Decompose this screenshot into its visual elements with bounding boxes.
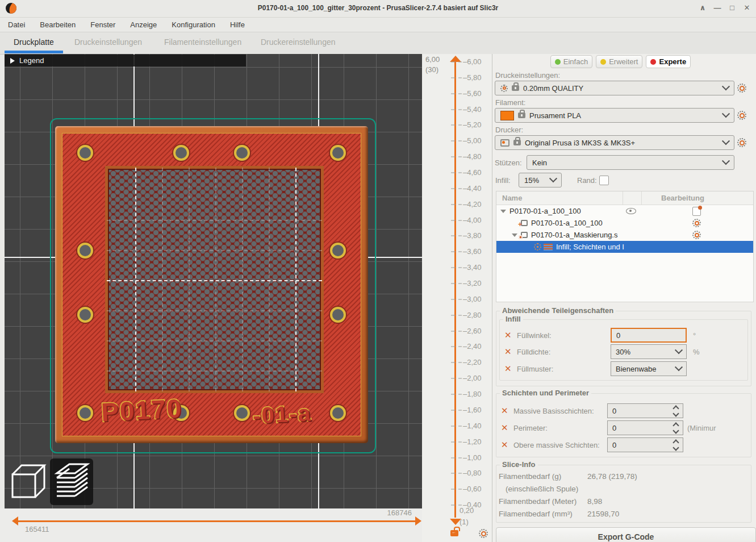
expander-icon[interactable] xyxy=(512,234,517,237)
menu-item-datei[interactable]: Datei xyxy=(8,20,25,29)
layer-tick-label: –3,80 xyxy=(463,231,482,240)
perimeters-label: Perimeter: xyxy=(513,424,548,432)
supports-combo[interactable]: Kein xyxy=(527,155,734,170)
object-emboss-text-left: P0170 xyxy=(101,393,183,427)
object-honeycomb-infill xyxy=(105,166,324,393)
preview-sliced-view-button[interactable] xyxy=(50,458,93,505)
menu-item-fenster[interactable]: Fenster xyxy=(90,20,115,29)
tab-druckeinstellungen[interactable]: Druckeinstellungen xyxy=(65,33,151,51)
fill-density-value: 30% xyxy=(616,348,676,356)
legend-collapser[interactable]: Legend xyxy=(5,55,246,66)
expander-icon[interactable] xyxy=(500,210,506,213)
menu-bar: DateiBearbeitenFensterAnzeigeKonfigurati… xyxy=(0,18,756,32)
fill-angle-input[interactable]: 0 xyxy=(611,328,687,343)
mode-button-experte[interactable]: Experte xyxy=(646,55,691,68)
infill-combo[interactable]: 15% xyxy=(519,173,562,187)
grid-through-infill-line xyxy=(269,168,270,391)
slider-settings-gear-icon[interactable] xyxy=(479,529,488,538)
menu-item-konfiguration[interactable]: Konfiguration xyxy=(172,20,215,29)
spin-down-icon[interactable] xyxy=(673,444,679,451)
layer-tick-label: –2,80 xyxy=(463,310,482,319)
screw-hole xyxy=(77,243,93,259)
layer-slider-track[interactable] xyxy=(454,61,456,518)
filament-mm3-value: 21598,70 xyxy=(587,510,619,518)
chevron-down-icon xyxy=(675,346,683,354)
part-settings-gear-icon[interactable] xyxy=(692,231,701,239)
fill-angle-label: Füllwinkel: xyxy=(517,331,552,340)
tree-row-part[interactable]: P0170-01-a_100_100 xyxy=(496,217,753,229)
screw-hole xyxy=(234,405,250,421)
range-slider-track[interactable] xyxy=(17,520,417,522)
edit-printer-gear-icon[interactable] xyxy=(737,138,746,147)
edit-print-settings-gear-icon[interactable] xyxy=(737,84,746,93)
remove-override-icon[interactable]: ✕ xyxy=(501,423,511,433)
layer-slider-upper-handle[interactable] xyxy=(450,56,461,62)
tree-row-label: P0170-01-a_100_100 xyxy=(509,207,581,215)
tree-col-name: Name xyxy=(502,194,522,202)
brim-checkbox[interactable] xyxy=(599,176,609,185)
shade-button[interactable]: ∧ xyxy=(698,3,707,12)
filament-color-swatch xyxy=(500,111,514,120)
remove-override-icon[interactable]: ✕ xyxy=(501,406,511,416)
object-tree-header: Name Bearbeitung xyxy=(496,191,753,205)
filament-combo[interactable]: Prusament PLA xyxy=(495,108,734,123)
mode-button-einfach[interactable]: Einfach xyxy=(550,55,592,68)
3d-editor-view-button[interactable] xyxy=(9,461,48,504)
fill-pattern-select[interactable]: Bienenwabe xyxy=(611,361,687,376)
tree-row-settings-selected[interactable]: Infill; Schichten und I xyxy=(496,241,753,253)
tab-druckereinstellungen[interactable]: Druckereinstellungen xyxy=(252,33,345,51)
menu-item-hilfe[interactable]: Hilfe xyxy=(230,20,245,29)
tab-filamenteinstellungen[interactable]: Filamenteinstellungen xyxy=(155,33,250,51)
top-solid-layers-label: Obere massive Schichten: xyxy=(513,441,600,449)
export-gcode-button[interactable]: Export G-Code xyxy=(496,527,756,542)
close-button[interactable]: ✕ xyxy=(742,3,751,12)
filament-label: Filament: xyxy=(495,98,746,107)
part-settings-gear-icon[interactable] xyxy=(692,219,701,227)
tab-bar: DruckplatteDruckeinstellungenFilamentein… xyxy=(0,33,756,55)
screw-hole xyxy=(234,145,250,161)
bottom-solid-layers-spinner[interactable]: 0 xyxy=(607,403,683,418)
range-slider-right-handle[interactable] xyxy=(415,516,421,526)
tree-row-object[interactable]: P0170-01-a_100_100 xyxy=(496,205,753,217)
print-settings-combo[interactable]: 0.20mm QUALITY xyxy=(495,81,734,95)
screw-hole xyxy=(330,405,346,421)
chevron-down-icon xyxy=(722,110,730,118)
eye-visibility-icon[interactable] xyxy=(626,208,636,214)
layer-slider-bottom-layer: (1) xyxy=(460,518,469,526)
layer-tick-label: –4,00 xyxy=(463,215,482,224)
title-bar: P0170-01-a_100_100_gitter_30prozent - Pr… xyxy=(0,0,756,18)
grid-through-infill-line xyxy=(242,168,243,391)
remove-override-icon[interactable]: ✕ xyxy=(501,440,511,450)
chevron-down-icon xyxy=(722,137,730,145)
filament-mm3-label: Filamentbedarf (mm³) xyxy=(499,510,573,518)
tab-druckplatte[interactable]: Druckplatte xyxy=(5,33,63,51)
range-min-label: 165411 xyxy=(25,525,49,533)
spin-down-icon[interactable] xyxy=(673,410,679,416)
infill-value: 15% xyxy=(524,176,546,185)
perimeters-spinner[interactable]: 0 xyxy=(607,420,683,435)
layer-tick-label: –0,60 xyxy=(463,485,482,493)
mode-dot-icon xyxy=(650,59,656,65)
layer-tick-label: –0,80 xyxy=(463,469,482,477)
menu-item-anzeige[interactable]: Anzeige xyxy=(130,20,157,29)
fill-density-select[interactable]: 30% xyxy=(611,344,687,359)
range-slider-left-handle[interactable] xyxy=(12,516,18,526)
tree-row-negative-volume[interactable]: P0170-01-a_Maskierung.s xyxy=(496,229,753,241)
spin-down-icon[interactable] xyxy=(673,427,679,433)
printer-combo[interactable]: Original Prusa i3 MK3S & MK3S+ xyxy=(495,135,734,150)
remove-override-icon[interactable]: ✕ xyxy=(504,347,515,357)
remove-override-icon[interactable]: ✕ xyxy=(504,330,515,340)
mode-button-erweitert[interactable]: Erweitert xyxy=(596,55,642,68)
menu-item-bearbeiten[interactable]: Bearbeiten xyxy=(40,20,76,29)
edit-filament-gear-icon[interactable] xyxy=(737,111,746,120)
remove-override-icon[interactable]: ✕ xyxy=(504,364,515,374)
edit-object-icon[interactable] xyxy=(692,207,701,216)
slider-lock-icon[interactable] xyxy=(450,530,458,536)
layer-tick-label: –2,40 xyxy=(463,342,482,351)
maximize-button[interactable]: □ xyxy=(728,3,737,12)
3d-viewport[interactable]: Legend P0170 -01-a xyxy=(5,54,422,508)
bottom-solid-layers-label: Massive Basisschichten: xyxy=(513,407,594,415)
layer-slider: 6,00 (30) –6,00–5,80–5,60–5,40–5,20–5,00… xyxy=(422,54,492,542)
top-solid-layers-spinner[interactable]: 0 xyxy=(607,437,683,452)
minimize-button[interactable]: — xyxy=(713,3,722,12)
